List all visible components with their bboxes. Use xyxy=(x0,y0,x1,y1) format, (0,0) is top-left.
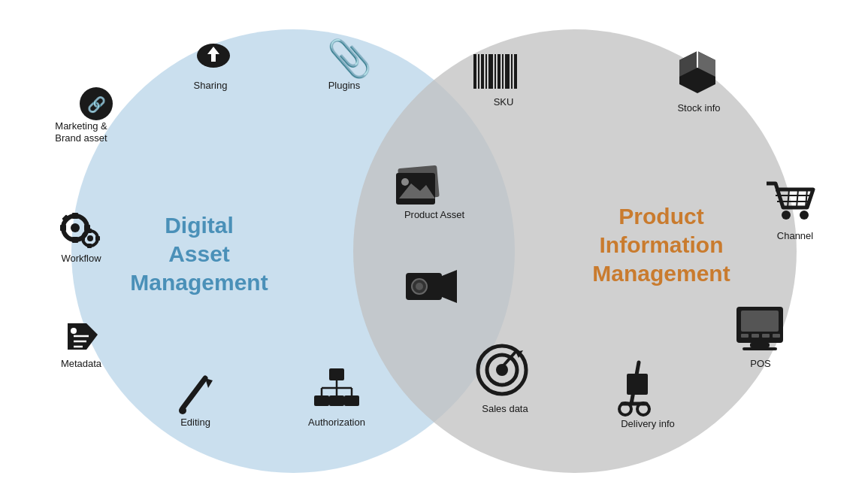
svg-rect-48 xyxy=(488,54,493,89)
svg-rect-10 xyxy=(72,237,78,243)
workflow-label: Workflow xyxy=(61,253,101,264)
svg-point-59 xyxy=(782,211,791,220)
stock-icon xyxy=(679,51,715,93)
svg-point-25 xyxy=(179,407,186,414)
svg-text:🔗: 🔗 xyxy=(87,95,106,114)
sharing-label: Sharing xyxy=(194,80,228,91)
dam-title: Digital xyxy=(165,213,234,238)
svg-point-43 xyxy=(416,283,423,290)
svg-text:📎: 📎 xyxy=(327,37,372,80)
channel-label: Channel xyxy=(777,230,814,241)
pim-circle xyxy=(353,29,797,473)
sales-icon xyxy=(478,346,526,394)
svg-rect-52 xyxy=(505,54,510,89)
product-asset-icon xyxy=(396,165,440,205)
pim-title3: Management xyxy=(592,261,730,286)
svg-rect-33 xyxy=(314,395,329,406)
svg-point-60 xyxy=(800,211,809,220)
svg-point-39 xyxy=(401,178,409,186)
svg-rect-73 xyxy=(742,347,777,350)
svg-rect-9 xyxy=(72,213,78,219)
svg-rect-45 xyxy=(478,54,479,89)
svg-rect-49 xyxy=(494,54,496,89)
svg-point-8 xyxy=(71,223,80,232)
svg-rect-19 xyxy=(95,236,100,241)
svg-rect-34 xyxy=(329,395,344,406)
svg-rect-35 xyxy=(344,395,359,406)
svg-point-20 xyxy=(71,328,77,334)
marketing-label2: Brand asset xyxy=(55,132,107,144)
svg-rect-54 xyxy=(514,54,517,89)
svg-rect-67 xyxy=(741,311,779,332)
svg-rect-47 xyxy=(485,54,487,89)
svg-rect-11 xyxy=(60,225,66,231)
svg-rect-53 xyxy=(511,54,513,89)
svg-point-76 xyxy=(496,364,508,376)
product-asset-label: Product Asset xyxy=(404,209,465,220)
venn-diagram-svg: Digital Asset Management Product Informa… xyxy=(0,0,868,503)
delivery-info-label: Delivery info xyxy=(621,418,675,429)
svg-rect-18 xyxy=(80,236,85,241)
pim-title: Product xyxy=(618,204,703,229)
svg-point-15 xyxy=(87,235,93,241)
stock-info-label: Stock info xyxy=(677,102,720,114)
svg-rect-71 xyxy=(773,334,780,338)
svg-rect-17 xyxy=(87,244,92,248)
dam-title2: Asset xyxy=(168,241,230,266)
dam-title3: Management xyxy=(130,270,268,295)
pos-label: POS xyxy=(750,358,771,369)
pim-title2: Information xyxy=(600,232,724,257)
svg-line-62 xyxy=(797,189,798,208)
marketing-icon: 🔗 xyxy=(80,87,113,120)
authorization-label: Authorization xyxy=(308,417,365,428)
editing-label: Editing xyxy=(180,417,210,428)
svg-rect-81 xyxy=(627,374,648,395)
svg-rect-70 xyxy=(762,334,770,338)
svg-rect-5 xyxy=(211,54,216,62)
svg-rect-16 xyxy=(87,229,92,233)
svg-rect-44 xyxy=(473,54,476,89)
sharing-icon xyxy=(197,44,230,68)
svg-rect-51 xyxy=(502,54,504,89)
diagram-container: Digital Asset Management Product Informa… xyxy=(0,0,868,503)
svg-rect-72 xyxy=(750,343,770,347)
svg-rect-68 xyxy=(741,334,749,338)
marketing-label: Marketing & xyxy=(55,120,107,132)
sales-data-label: Sales data xyxy=(482,403,528,414)
svg-rect-69 xyxy=(752,334,759,338)
svg-rect-27 xyxy=(329,368,344,380)
video-icon xyxy=(406,270,457,303)
plugins-icon: 📎 xyxy=(327,37,372,80)
metadata-label: Metadata xyxy=(61,358,102,369)
sku-label: SKU xyxy=(494,96,514,108)
plugins-label: Plugins xyxy=(328,80,361,91)
svg-rect-50 xyxy=(498,54,501,89)
svg-rect-46 xyxy=(481,54,484,89)
